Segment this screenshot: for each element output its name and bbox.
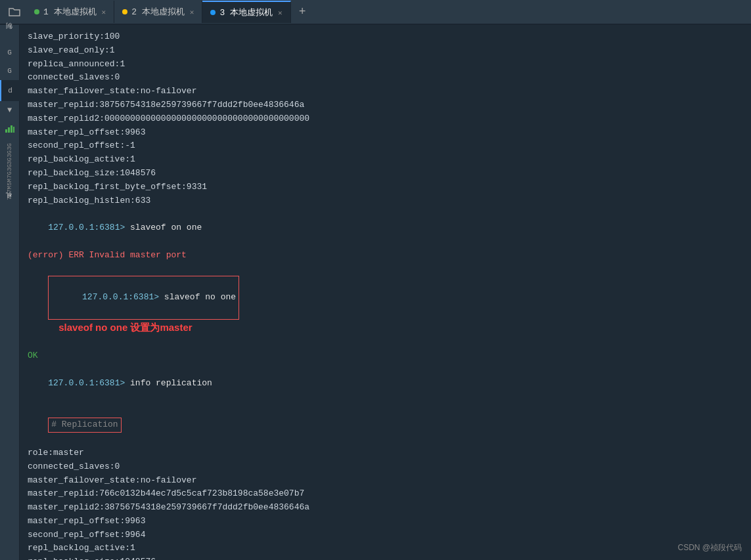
tab-vm3-dot [210, 10, 216, 15]
terminal-line-role: role:master [28, 446, 743, 460]
terminal-cmd-2-text: info replication [130, 378, 212, 388]
terminal-line-1: slave_priority:100 [28, 30, 743, 44]
terminal-line-4: connected_slaves:0 [28, 71, 743, 85]
sidebar-label-3g2: 3G [7, 150, 13, 158]
terminal-highlight-cmd-line: 127.0.0.1:6381> slaveof no one slaveof n… [28, 263, 743, 350]
terminal-ok-line: OK [28, 349, 743, 363]
terminal-cmd-1-text: slaveof on one [130, 223, 202, 232]
sidebar-label-g2: G [7, 67, 12, 75]
sidebar-label-d: d [8, 87, 12, 95]
tab-vm1-label: 1 本地虚拟机 [43, 6, 97, 18]
sidebar-btn-g2[interactable]: G [0, 62, 20, 80]
terminal-highlight-cmd-text: slaveof no one [164, 292, 236, 302]
sidebar-btn-arrow[interactable]: ▼ [0, 101, 20, 119]
svg-rect-3 [13, 127, 14, 133]
sidebar-label-3g3: 3G [7, 158, 13, 165]
sidebar-btn-chart[interactable] [0, 119, 20, 138]
tab-bar: 1 本地虚拟机 ✕ 2 本地虚拟机 ✕ 3 本地虚拟机 ✕ + [0, 0, 751, 25]
watermark: CSDN @祯段代码 [677, 542, 742, 553]
sidebar-label-7g: 7G [7, 171, 13, 179]
terminal-line-3: replica_announced:1 [28, 58, 743, 72]
terminal-line-2: slave_read_only:1 [28, 44, 743, 58]
svg-rect-2 [11, 125, 12, 133]
tab-vm2-label: 2 本地虚拟机 [131, 6, 185, 18]
sidebar-btn-g1[interactable]: G [0, 43, 20, 62]
tab-vm3-close[interactable]: ✕ [278, 9, 283, 17]
sidebar-labels-group: 3G 3G 3G 3G 7G 5M 7M 7M 机 [5, 143, 14, 203]
left-sidebar: 制 G G d ▼ 3G 3G 3G 3G 7G 5M 7M 7M 机 [0, 25, 20, 560]
terminal-line-replid2: master_replid2:38756754318e259739667f7dd… [28, 501, 743, 515]
tab-vm1[interactable]: 1 本地虚拟机 ✕ [26, 1, 114, 23]
terminal-prompt-1: 127.0.0.1:6381> [48, 223, 130, 232]
terminal-annotation: slaveof no one 设置为master [58, 322, 192, 333]
sidebar-label-3g1: 3G [7, 143, 13, 150]
sidebar-label-7m2: 7M [7, 193, 13, 200]
terminal-line-10: repl_backlog_active:1 [28, 153, 743, 167]
tab-vm1-dot [34, 9, 39, 14]
terminal-cmd-slaveof-on-one: 127.0.0.1:6381> slaveof on one [28, 207, 743, 248]
tab-vm3[interactable]: 3 本地虚拟机 ✕ [202, 1, 290, 23]
terminal-line-8: master_repl_offset:9963 [28, 126, 743, 140]
terminal-line-6: master_replid:38756754318e259739667f7ddd… [28, 98, 743, 112]
sidebar-btn-zhi[interactable]: 制 [0, 25, 20, 43]
terminal-line-repl-offset: master_repl_offset:9963 [28, 515, 743, 528]
chart-icon [5, 124, 15, 133]
terminal-line-9: second_repl_offset:-1 [28, 139, 743, 153]
terminal-cmd-info-repl: 127.0.0.1:6381> info replication [28, 363, 743, 404]
terminal-replication-header: # Replication [28, 404, 743, 446]
sidebar-label-zhi: 制 [5, 29, 14, 40]
add-tab-button[interactable]: + [291, 5, 314, 18]
tab-vm2-dot [122, 9, 127, 14]
terminal-line-7: master_replid2:0000000000000000000000000… [28, 112, 743, 126]
sidebar-label-7m1: 7M [7, 186, 13, 193]
sidebar-label-g1: G [7, 49, 12, 56]
terminal-line-5: master_failover_state:no-failover [28, 85, 743, 98]
folder-icon-button[interactable] [3, 1, 26, 23]
tab-vm2[interactable]: 2 本地虚拟机 ✕ [114, 1, 202, 23]
terminal-highlight-prompt: 127.0.0.1:6381> [82, 292, 164, 302]
svg-rect-1 [8, 127, 10, 133]
sidebar-label-3g4: 3G [7, 164, 13, 171]
tab-vm2-close[interactable]: ✕ [190, 8, 194, 16]
sidebar-label-5m: 5M [7, 179, 13, 186]
terminal-highlight-cmd-box: 127.0.0.1:6381> slaveof no one [48, 276, 239, 319]
terminal-line-conn-slaves: connected_slaves:0 [28, 460, 743, 474]
terminal-error-line: (error) ERR Invalid master port [28, 249, 743, 263]
terminal-replication-highlight: # Replication [48, 418, 121, 433]
tab-vm3-label: 3 本地虚拟机 [219, 7, 273, 18]
terminal-line-13: repl_backlog_histlen:633 [28, 194, 743, 208]
terminal-line-replid1: master_replid:766c0132b44ec7d5c5caf723b8… [28, 487, 743, 501]
svg-rect-0 [5, 129, 7, 133]
sidebar-arrow-icon: ▼ [7, 106, 12, 115]
terminal-area[interactable]: slave_priority:100 slave_read_only:1 rep… [20, 25, 751, 560]
terminal-line-second-offset: second_repl_offset:9964 [28, 528, 743, 542]
terminal-line-11: repl_backlog_size:1048576 [28, 167, 743, 181]
tab-vm1-close[interactable]: ✕ [102, 8, 106, 16]
terminal-line-backlog-size: repl_backlog_size:1048576 [28, 555, 743, 560]
terminal-line-12: repl_backlog_first_byte_offset:9331 [28, 181, 743, 194]
sidebar-btn-d[interactable]: d [0, 80, 20, 101]
terminal-line-failover: master_failover_state:no-failover [28, 474, 743, 488]
terminal-prompt-2: 127.0.0.1:6381> [48, 378, 130, 388]
terminal-line-backlog-active: repl_backlog_active:1 [28, 542, 743, 555]
